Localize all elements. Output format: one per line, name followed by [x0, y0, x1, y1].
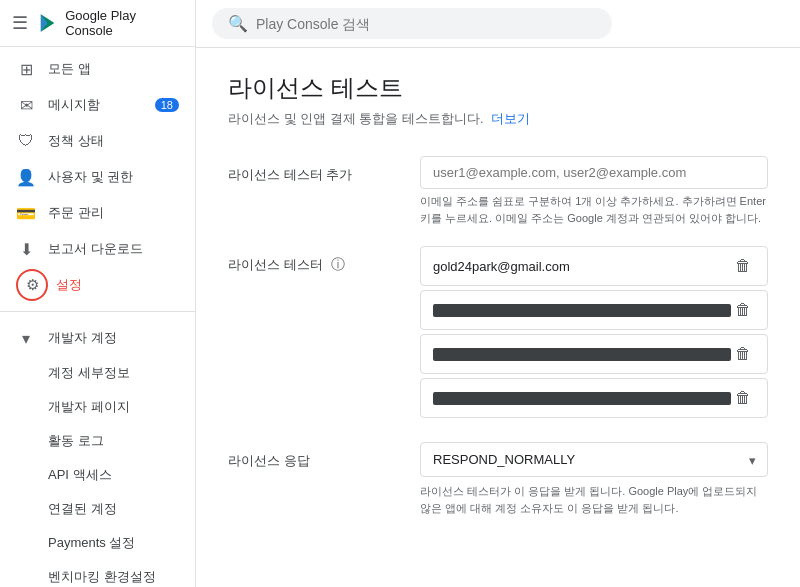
page-description: 라이선스 및 인앱 결제 통합을 테스트합니다. 더보기 [228, 110, 768, 128]
sidebar-subitem-label: 벤치마킹 환경설정 [48, 568, 156, 586]
sidebar-item-users[interactable]: 👤 사용자 및 권한 [0, 159, 195, 195]
sidebar-logo: Google Play Console [36, 8, 183, 38]
grid-icon: ⊞ [16, 60, 36, 79]
developer-section-header[interactable]: ▾ 개발자 계정 [0, 320, 195, 356]
sidebar-subitem-label: 계정 세부정보 [48, 364, 130, 382]
tester-email-redacted [433, 392, 731, 405]
sidebar-item-label: 정책 상태 [48, 132, 104, 150]
license-response-area: RESPOND_NORMALLY LICENSED NOT_LICENSED L… [420, 442, 768, 516]
license-response-helper: 라이선스 테스터가 이 응답을 받게 됩니다. Google Play에 업로드… [420, 483, 768, 516]
tester-list-label: 라이선스 테스터 ⓘ [228, 246, 388, 274]
license-response-section: 라이선스 응답 RESPOND_NORMALLY LICENSED NOT_LI… [228, 442, 768, 516]
hamburger-icon[interactable]: ☰ [12, 12, 28, 34]
sidebar-item-orders[interactable]: 💳 주문 관리 [0, 195, 195, 231]
sidebar-item-policy[interactable]: 🛡 정책 상태 [0, 123, 195, 159]
license-response-label: 라이선스 응답 [228, 442, 388, 470]
sidebar-navigation: ⊞ 모든 앱 ✉ 메시지함 18 🛡 정책 상태 👤 사용자 및 권한 💳 주문… [0, 47, 195, 587]
tester-list-section: 라이선스 테스터 ⓘ gold24park@gmail.com 🗑 🗑 🗑 [228, 246, 768, 422]
delete-tester-button[interactable]: 🗑 [731, 299, 755, 321]
license-response-select[interactable]: RESPOND_NORMALLY LICENSED NOT_LICENSED L… [420, 442, 768, 477]
topbar: 🔍 [196, 0, 800, 48]
sidebar-header: ☰ Google Play Console [0, 0, 195, 47]
search-input[interactable] [256, 16, 596, 32]
add-tester-label: 라이선스 테스터 추가 [228, 156, 388, 184]
download-icon: ⬇ [16, 240, 36, 259]
sidebar-item-label: 메시지함 [48, 96, 100, 114]
tester-row: gold24park@gmail.com 🗑 [420, 246, 768, 286]
mail-icon: ✉ [16, 96, 36, 115]
sidebar-item-dev-page[interactable]: 개발자 페이지 [0, 390, 195, 424]
info-icon: ⓘ [331, 256, 345, 274]
sidebar-item-label: 설정 [56, 276, 82, 294]
page-content: 라이선스 테스트 라이선스 및 인앱 결제 통합을 테스트합니다. 더보기 라이… [196, 48, 800, 587]
shield-icon: 🛡 [16, 132, 36, 150]
tester-email-redacted [433, 304, 731, 317]
tester-email-redacted [433, 348, 731, 361]
chevron-down-icon: ▾ [16, 329, 36, 348]
search-box[interactable]: 🔍 [212, 8, 612, 39]
tester-list-area: gold24park@gmail.com 🗑 🗑 🗑 🗑 [420, 246, 768, 422]
license-response-select-wrapper: RESPOND_NORMALLY LICENSED NOT_LICENSED L… [420, 442, 768, 477]
sidebar-subitem-label: API 액세스 [48, 466, 112, 484]
sidebar-item-activity-log[interactable]: 활동 로그 [0, 424, 195, 458]
sidebar-item-label: 주문 관리 [48, 204, 104, 222]
delete-tester-button[interactable]: 🗑 [731, 255, 755, 277]
sidebar-item-api-access[interactable]: API 액세스 [0, 458, 195, 492]
settings-highlight: ⚙ [16, 269, 48, 301]
app-title: Google Play Console [65, 8, 183, 38]
message-badge: 18 [155, 98, 179, 112]
sidebar-item-reports[interactable]: ⬇ 보고서 다운로드 [0, 231, 195, 267]
sidebar-item-linked-accounts[interactable]: 연결된 계정 [0, 492, 195, 526]
delete-tester-button[interactable]: 🗑 [731, 387, 755, 409]
search-icon: 🔍 [228, 14, 248, 33]
tester-row: 🗑 [420, 378, 768, 418]
developer-section-label: 개발자 계정 [48, 329, 117, 347]
play-console-logo [36, 11, 59, 35]
sidebar-subitem-label: 개발자 페이지 [48, 398, 130, 416]
user-icon: 👤 [16, 168, 36, 187]
add-tester-helper: 이메일 주소를 쉼표로 구분하여 1개 이상 추가하세요. 추가하려면 Ente… [420, 193, 768, 226]
delete-tester-button[interactable]: 🗑 [731, 343, 755, 365]
tester-email: gold24park@gmail.com [433, 259, 731, 274]
card-icon: 💳 [16, 204, 36, 223]
sidebar-subitem-label: Payments 설정 [48, 534, 135, 552]
learn-more-link[interactable]: 더보기 [491, 111, 530, 126]
sidebar-item-label: 보고서 다운로드 [48, 240, 143, 258]
page-title: 라이선스 테스트 [228, 72, 768, 104]
sidebar-item-messages[interactable]: ✉ 메시지함 18 [0, 87, 195, 123]
sidebar-subitem-label: 활동 로그 [48, 432, 104, 450]
sidebar-item-benchmarking[interactable]: 벤치마킹 환경설정 [0, 560, 195, 587]
sidebar-subitem-label: 연결된 계정 [48, 500, 117, 518]
tester-row: 🗑 [420, 334, 768, 374]
sidebar-item-label: 사용자 및 권한 [48, 168, 133, 186]
sidebar-item-label: 모든 앱 [48, 60, 91, 78]
tester-row: 🗑 [420, 290, 768, 330]
add-tester-area: 이메일 주소를 쉼표로 구분하여 1개 이상 추가하세요. 추가하려면 Ente… [420, 156, 768, 226]
add-tester-input[interactable] [420, 156, 768, 189]
sidebar: ☰ Google Play Console ⊞ 모든 앱 ✉ 메시지함 18 🛡… [0, 0, 196, 587]
sidebar-item-all-apps[interactable]: ⊞ 모든 앱 [0, 51, 195, 87]
sidebar-item-payments[interactable]: Payments 설정 [0, 526, 195, 560]
sidebar-item-settings[interactable]: ⚙ 설정 [0, 267, 195, 303]
settings-icon: ⚙ [22, 276, 42, 294]
sidebar-item-account-detail[interactable]: 계정 세부정보 [0, 356, 195, 390]
add-tester-section: 라이선스 테스터 추가 이메일 주소를 쉼표로 구분하여 1개 이상 추가하세요… [228, 156, 768, 226]
main-content: 🔍 라이선스 테스트 라이선스 및 인앱 결제 통합을 테스트합니다. 더보기 … [196, 0, 800, 587]
